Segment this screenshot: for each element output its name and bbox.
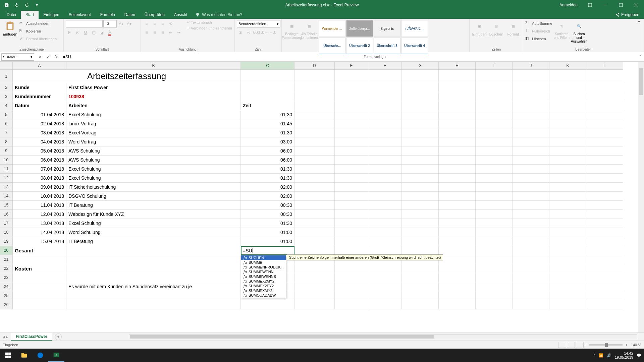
cell[interactable] [66,291,241,300]
cell[interactable]: 01:30 [241,128,294,137]
share-button[interactable]: Freigeben [610,11,644,19]
autosum-button[interactable]: ΣAutoSumme [525,20,552,27]
cell[interactable]: 01:00 [241,237,294,246]
cancel-formula-button[interactable]: ✕ [36,53,44,61]
collapse-ribbon-icon[interactable]: ˄ [638,20,642,25]
row-header-7[interactable]: 7 [0,128,13,137]
cell[interactable] [513,201,549,210]
cell[interactable]: AWS Schulung [66,146,241,156]
cell[interactable] [335,237,368,246]
cell[interactable]: 01:45 [241,119,294,128]
cell[interactable] [335,92,368,101]
cell[interactable] [402,291,439,300]
cell[interactable] [66,300,241,309]
expand-formula-bar-icon[interactable]: ˅ [637,54,644,60]
row-header-13[interactable]: 13 [0,183,13,192]
cell[interactable] [549,156,586,165]
cell[interactable] [586,255,623,264]
vertical-scrollbar[interactable] [638,62,644,333]
row-header-15[interactable]: 15 [0,201,13,210]
cell[interactable]: IT Sicherheitsschulung [66,183,241,192]
clear-button[interactable]: ◧Löschen [525,36,552,42]
cell[interactable] [476,282,513,291]
cell[interactable] [294,291,335,300]
cell[interactable]: Datum [13,101,66,110]
column-header-B[interactable]: B [66,62,241,70]
cell[interactable] [549,174,586,183]
cell[interactable] [335,228,368,237]
cell[interactable] [368,300,402,309]
file-explorer-icon[interactable] [16,349,32,362]
cell[interactable] [476,165,513,174]
cell[interactable]: 06.04.2018 [13,156,66,165]
cell[interactable] [294,128,335,137]
cell[interactable] [549,110,586,119]
cell[interactable]: First Class Power [66,83,241,92]
zoom-slider[interactable] [589,344,623,346]
enter-formula-button[interactable]: ✓ [44,53,52,61]
font-color-button[interactable]: A [106,29,113,36]
style-h2[interactable]: Überschrift 2 [346,38,373,54]
cell[interactable] [549,137,586,146]
tab-view[interactable]: Ansicht [169,11,192,19]
cell[interactable] [513,92,549,101]
cell[interactable] [402,300,439,309]
cell[interactable] [586,83,623,92]
cell[interactable] [368,282,402,291]
cell[interactable]: 07.04.2018 [13,165,66,174]
row-header-14[interactable]: 14 [0,192,13,201]
row-header-6[interactable]: 6 [0,119,13,128]
cell[interactable] [439,210,476,219]
redo-icon[interactable] [22,1,32,9]
cell[interactable] [294,219,335,228]
cell[interactable] [586,119,623,128]
cell[interactable] [513,101,549,110]
cell[interactable] [294,264,335,273]
cell[interactable] [368,246,402,255]
cell[interactable] [476,255,513,264]
fill-color-button[interactable]: ◢ [98,29,105,36]
cell[interactable] [439,300,476,309]
cell[interactable]: Arbeiten [66,101,241,110]
cell[interactable] [402,201,439,210]
start-button[interactable] [0,349,16,362]
cell[interactable] [586,183,623,192]
cell[interactable] [402,137,439,146]
cell[interactable] [335,183,368,192]
cell[interactable] [13,255,66,264]
column-header-G[interactable]: G [402,62,439,70]
cell[interactable] [335,174,368,183]
align-middle-icon[interactable]: ≡ [151,20,158,27]
row-header-3[interactable]: 3 [0,92,13,101]
cell[interactable] [368,183,402,192]
cell[interactable] [586,264,623,273]
cell[interactable] [586,228,623,237]
cell[interactable] [439,282,476,291]
cell[interactable] [513,156,549,165]
column-header-A[interactable]: A [13,62,66,70]
cell[interactable] [586,300,623,309]
number-format-select[interactable]: Benutzerdefiniert▾ [237,20,280,27]
cell[interactable] [439,228,476,237]
cell[interactable] [241,300,294,309]
cell[interactable]: 12.04.2018 [13,210,66,219]
cell[interactable] [294,183,335,192]
cell[interactable] [439,128,476,137]
cell[interactable] [586,246,623,255]
cell[interactable] [549,246,586,255]
cell[interactable] [368,201,402,210]
cell[interactable] [549,228,586,237]
cell[interactable] [294,156,335,165]
cell[interactable] [241,92,294,101]
cell[interactable] [368,156,402,165]
undo-icon[interactable] [12,1,21,9]
format-cells-button[interactable]: ▦Format [505,20,521,47]
cell[interactable]: Arbeitszeiterfassung [13,70,241,83]
cell[interactable] [368,291,402,300]
zoom-level[interactable]: 140 % [631,343,641,347]
cell[interactable] [66,264,241,273]
cell[interactable] [549,237,586,246]
cell[interactable] [402,228,439,237]
autocomplete-item[interactable]: ƒxSUMME [241,260,286,265]
cell[interactable] [586,70,623,83]
